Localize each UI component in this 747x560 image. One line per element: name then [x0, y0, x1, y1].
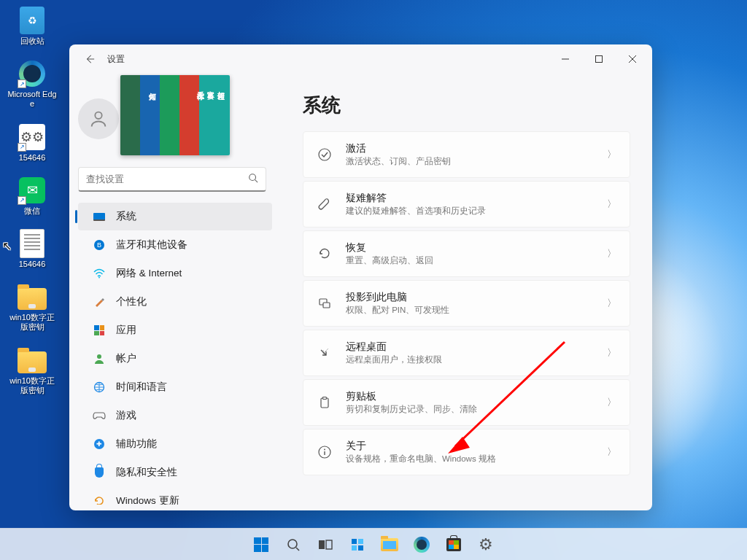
minimize-button[interactable] [549, 47, 582, 71]
zip-folder-icon [18, 282, 47, 311]
svg-rect-24 [352, 539, 357, 544]
svg-point-16 [324, 449, 325, 451]
chevron-right-icon: 〉 [607, 198, 616, 211]
search-settings-box[interactable] [78, 167, 266, 192]
desktop-icons-column: 回收站 ↗ Microsoft Edge ⚙⚙↗ 154646 ✉↗ 微信 15… [6, 6, 58, 395]
bluetooth-icon: B [93, 238, 106, 252]
nav-windows-update[interactable]: Windows 更新 [78, 487, 272, 505]
system-icon [93, 210, 106, 223]
desktop-icon-file-1[interactable]: ⚙⚙↗ 154646 [6, 122, 58, 163]
row-title: 剪贴板 [346, 390, 594, 403]
nav-label: 帐户 [116, 352, 136, 365]
search-input[interactable] [86, 174, 248, 184]
nav-gaming[interactable]: 游戏 [78, 402, 272, 429]
maximize-button[interactable] [582, 47, 616, 71]
nav-personalization[interactable]: 个性化 [78, 288, 272, 316]
shield-lock-icon [93, 466, 106, 479]
remote-desktop-icon [317, 346, 333, 360]
back-button[interactable] [78, 47, 101, 71]
window-titlebar[interactable]: 设置 [69, 44, 652, 74]
gamepad-icon [93, 409, 106, 422]
window-controls [549, 47, 649, 71]
desktop-icon-label: 回收站 [20, 36, 44, 46]
row-title: 疑难解答 [346, 192, 594, 205]
desktop-icon-label: 154646 [19, 260, 46, 269]
widgets-icon [350, 537, 365, 552]
taskbar-settings[interactable]: ⚙ [472, 531, 500, 559]
taskbar-edge[interactable] [408, 531, 436, 559]
row-recovery[interactable]: 恢复 重置、高级启动、返回 〉 [303, 230, 630, 277]
row-troubleshoot[interactable]: 疑难解答 建议的疑难解答、首选项和历史记录 〉 [303, 181, 630, 228]
info-icon [317, 445, 333, 459]
update-icon [93, 494, 106, 505]
taskbar-explorer[interactable] [376, 531, 403, 559]
svg-line-21 [296, 548, 299, 551]
nav-label: 蓝牙和其他设备 [116, 238, 187, 252]
account-icon [93, 352, 106, 365]
desktop-icon-label: Microsoft Edge [6, 90, 58, 109]
row-title: 关于 [346, 440, 594, 453]
settings-content[interactable]: 系统 激活 激活状态、订阅、产品密钥 〉 疑难解答 建议的疑难解答、首选项和历史… [281, 74, 652, 510]
chevron-right-icon: 〉 [607, 346, 616, 359]
desktop-icon-recycle-bin[interactable]: 回收站 [6, 6, 58, 46]
store-icon [446, 538, 461, 551]
nav-accessibility[interactable]: ✚ 辅助功能 [78, 430, 272, 458]
row-title: 恢复 [346, 241, 594, 254]
svg-rect-25 [358, 539, 363, 544]
taskbar-taskview[interactable] [311, 531, 339, 559]
desktop-icon-label: win10数字正版密钥 [6, 313, 58, 332]
wifi-icon [93, 267, 106, 280]
clipboard-icon [317, 395, 333, 410]
nav-bluetooth[interactable]: B 蓝牙和其他设备 [78, 231, 272, 259]
taskbar-store[interactable] [440, 531, 468, 559]
nav-accounts[interactable]: 帐户 [78, 345, 272, 373]
nav-label: 网络 & Internet [116, 267, 182, 280]
taskbar-widgets[interactable] [344, 531, 371, 559]
row-project[interactable]: 投影到此电脑 权限、配对 PIN、可发现性 〉 [303, 280, 630, 327]
row-title: 远程桌面 [346, 341, 594, 354]
nav-privacy[interactable]: 隐私和安全性 [78, 459, 272, 486]
desktop-icon-textfile[interactable]: 154646 [6, 229, 58, 269]
desktop-icon-wechat[interactable]: ✉↗ 微信 [6, 176, 58, 216]
history-icon [317, 246, 333, 261]
chevron-right-icon: 〉 [607, 446, 616, 459]
user-books-image [120, 75, 230, 155]
nav-time-language[interactable]: 时间和语言 [78, 373, 272, 401]
row-desc: 设备规格，重命名电脑、Windows 规格 [346, 454, 594, 464]
taskbar[interactable]: ⚙ [0, 528, 747, 560]
desktop-icon-edge[interactable]: ↗ Microsoft Edge [6, 59, 58, 109]
svg-rect-12 [323, 303, 330, 308]
row-clipboard[interactable]: 剪贴板 剪切和复制历史记录、同步、清除 〉 [303, 379, 630, 426]
row-desc: 重置、高级启动、返回 [346, 255, 594, 266]
search-icon [286, 537, 301, 552]
svg-point-10 [319, 149, 330, 160]
desktop-icon-folder-1[interactable]: win10数字正版密钥 [6, 282, 58, 332]
nav-label: 应用 [116, 324, 136, 337]
nav-apps[interactable]: 应用 [78, 316, 272, 344]
user-profile-block[interactable] [69, 74, 275, 167]
recycle-bin-icon [18, 6, 47, 35]
row-remote-desktop[interactable]: 远程桌面 远程桌面用户，连接权限 〉 [303, 330, 630, 376]
row-activation[interactable]: 激活 激活状态、订阅、产品密钥 〉 [303, 131, 630, 178]
row-desc: 建议的疑难解答、首选项和历史记录 [346, 206, 594, 217]
start-button[interactable] [247, 531, 275, 559]
desktop-icon-label: 154646 [19, 153, 46, 163]
desktop-icon-folder-2[interactable]: win10数字正版密钥 [6, 346, 58, 395]
taskbar-search[interactable] [279, 531, 307, 559]
apps-icon [93, 324, 106, 337]
nav-label: 时间和语言 [116, 381, 167, 394]
nav-network[interactable]: 网络 & Internet [78, 260, 272, 287]
svg-line-6 [255, 180, 258, 183]
row-about[interactable]: 关于 设备规格，重命名电脑、Windows 规格 〉 [303, 429, 630, 475]
chevron-right-icon: 〉 [607, 297, 616, 310]
window-title: 设置 [107, 53, 125, 66]
nav-system[interactable]: 系统 [78, 203, 272, 230]
close-icon [629, 55, 636, 63]
wrench-icon [317, 197, 333, 211]
row-title: 投影到此电脑 [346, 291, 594, 304]
svg-rect-1 [596, 56, 603, 63]
close-button[interactable] [616, 47, 649, 71]
svg-point-5 [249, 174, 256, 181]
svg-point-7 [98, 277, 100, 279]
chevron-right-icon: 〉 [607, 148, 616, 161]
